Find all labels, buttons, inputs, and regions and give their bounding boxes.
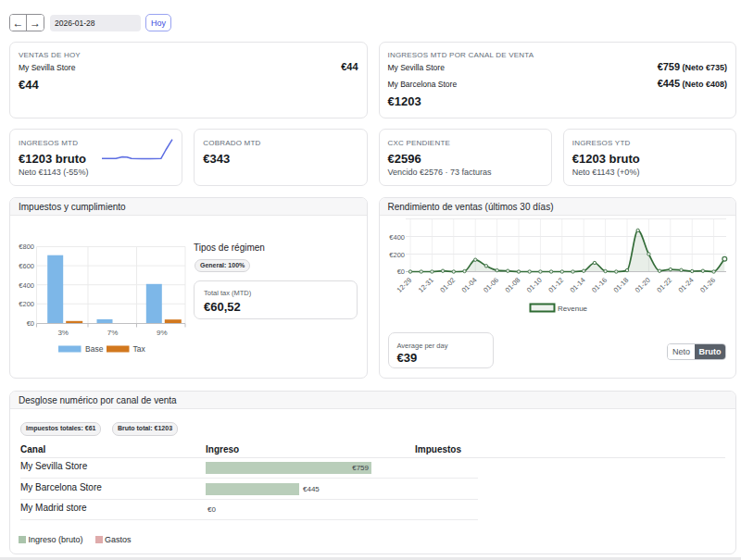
svg-text:01-14: 01-14 <box>568 276 586 294</box>
svg-text:01-18: 01-18 <box>611 276 630 294</box>
svg-text:Tax: Tax <box>133 343 146 353</box>
svg-text:€200: €200 <box>19 300 34 308</box>
svg-text:01-24: 01-24 <box>676 276 695 294</box>
svg-text:€200: €200 <box>389 250 405 258</box>
svg-text:7%: 7% <box>107 329 119 337</box>
svg-text:01-20: 01-20 <box>633 276 651 294</box>
svg-text:3%: 3% <box>57 329 69 337</box>
svg-text:01-16: 01-16 <box>590 276 609 294</box>
svg-text:€400: €400 <box>389 232 405 241</box>
svg-text:Revenue: Revenue <box>558 305 588 313</box>
svg-text:Base: Base <box>85 343 104 353</box>
svg-text:12-31: 12-31 <box>416 276 434 294</box>
svg-text:01-06: 01-06 <box>482 276 500 294</box>
svg-text:12-29: 12-29 <box>395 276 413 294</box>
svg-text:01-10: 01-10 <box>524 276 543 294</box>
svg-text:€400: €400 <box>19 280 34 289</box>
svg-text:€800: €800 <box>19 243 34 251</box>
svg-text:01-08: 01-08 <box>503 276 521 294</box>
svg-text:€600: €600 <box>19 262 34 270</box>
svg-text:01-04: 01-04 <box>459 276 478 294</box>
svg-text:01-26: 01-26 <box>698 276 717 294</box>
svg-text:01-12: 01-12 <box>546 276 565 294</box>
svg-text:€0: €0 <box>27 319 34 328</box>
svg-text:01-02: 01-02 <box>438 276 457 294</box>
svg-text:01-22: 01-22 <box>655 276 673 294</box>
svg-text:€0: €0 <box>396 268 404 276</box>
svg-text:9%: 9% <box>157 329 168 337</box>
